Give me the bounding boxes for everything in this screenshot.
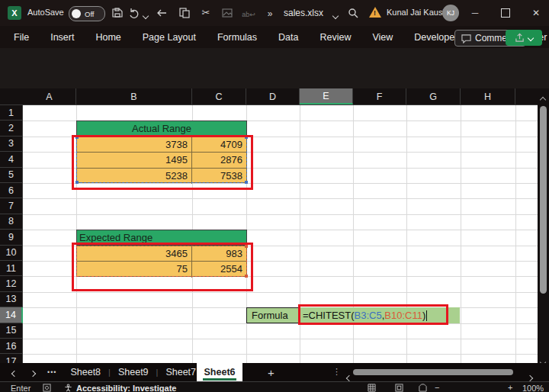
annotation-box-expected-range — [72, 243, 253, 291]
accessibility-icon[interactable] — [64, 384, 72, 392]
row-header-11[interactable]: 11 — [0, 261, 23, 276]
ribbon-tab-home[interactable]: Home — [95, 32, 121, 43]
warning-bang: ! — [374, 9, 376, 17]
cut-icon[interactable]: ✂ — [200, 6, 212, 18]
ribbon-tab-formulas[interactable]: Formulas — [217, 32, 258, 43]
undo-dropdown-icon[interactable] — [140, 10, 152, 22]
row-header-1[interactable]: 1 — [0, 105, 23, 120]
ribbon-tab-page-layout[interactable]: Page Layout — [142, 32, 197, 43]
maximize-icon — [501, 8, 510, 18]
share-icon — [515, 33, 525, 43]
actual-range-header-cell[interactable]: Actual Range — [76, 120, 247, 137]
zoom-out-button[interactable]: − — [435, 383, 439, 392]
scroll-up-icon[interactable] — [541, 92, 545, 105]
title-bar: X AutoSave Off ✂ ab↩ » sales.xlsx ! — [0, 0, 549, 26]
tabs-scroll-left-icon[interactable] — [12, 365, 17, 379]
ribbon-tab-developer[interactable]: Developer — [413, 32, 458, 43]
normal-view-icon[interactable] — [368, 384, 376, 392]
ribbon-tab-view[interactable]: View — [371, 32, 393, 43]
annotation-box-actual-range — [72, 135, 253, 190]
mode-indicator: Enter — [11, 384, 30, 392]
ribbon-tab-review[interactable]: Review — [319, 32, 352, 43]
row-header-7[interactable]: 7 — [0, 198, 23, 214]
column-header-G[interactable]: G — [406, 88, 461, 104]
tab-sheet8[interactable]: Sheet8 — [63, 367, 108, 378]
vertical-scroll-thumb[interactable] — [540, 106, 547, 294]
gridline — [461, 105, 461, 363]
row-header-15[interactable]: 15 — [0, 323, 23, 339]
gridline — [23, 339, 538, 339]
back-arrow-icon[interactable] — [156, 7, 168, 19]
row-header-6[interactable]: 6 — [0, 183, 23, 198]
row-header-5[interactable]: 5 — [0, 168, 23, 183]
row-header-2[interactable]: 2 — [0, 120, 23, 136]
column-header-A[interactable]: A — [23, 88, 76, 104]
accessibility-status[interactable]: Accessibility: Investigate — [76, 384, 176, 392]
autosave-state: Off — [85, 10, 95, 18]
column-header-C[interactable]: C — [192, 88, 246, 104]
excel-logo-icon: X — [8, 6, 21, 20]
copy-icon[interactable] — [178, 7, 191, 19]
picture-icon — [221, 7, 233, 19]
row-header-16[interactable]: 16 — [0, 339, 23, 354]
toolbar-overflow-icon[interactable]: » — [264, 8, 276, 20]
row-header-8[interactable]: 8 — [0, 214, 23, 230]
search-icon[interactable] — [347, 7, 359, 19]
undo-icon[interactable] — [128, 7, 140, 19]
formula-label: Formula — [252, 310, 288, 321]
add-sheet-button[interactable]: + — [268, 366, 274, 379]
macro-record-icon[interactable] — [43, 384, 51, 392]
row-header-12[interactable]: 12 — [0, 276, 23, 291]
horizontal-scroll-thumb[interactable] — [353, 369, 513, 375]
tabs-scroll-right-icon[interactable] — [30, 365, 35, 379]
comment-icon — [461, 34, 471, 43]
minimize-button[interactable]: ─ — [464, 3, 486, 23]
zoom-level[interactable]: 100% — [522, 384, 544, 392]
share-button[interactable] — [506, 30, 542, 46]
gridline — [23, 214, 538, 215]
save-icon[interactable] — [111, 7, 124, 19]
row-header-9[interactable]: 9 — [0, 230, 23, 245]
autosave-label: AutoSave — [27, 8, 64, 17]
filename-dropdown-icon[interactable] — [329, 10, 342, 22]
tab-sheet9[interactable]: Sheet9 — [111, 367, 156, 378]
all-sheets-icon[interactable]: ••• — [47, 368, 56, 376]
row-headers: 1234567891011121314151617 — [0, 105, 23, 363]
page-layout-view-icon[interactable] — [395, 384, 403, 392]
column-header-F[interactable]: F — [353, 88, 406, 104]
share-dropdown-icon — [528, 34, 534, 40]
zoom-in-button[interactable]: + — [508, 383, 512, 392]
gridline — [23, 198, 538, 199]
annotation-box-formula-cell — [298, 304, 448, 325]
ribbon-tab-file[interactable]: File — [13, 32, 30, 43]
tab-sheet6-active[interactable]: Sheet6 — [197, 363, 242, 381]
expected-range-label: Expected Range — [79, 232, 152, 243]
row-header-10[interactable]: 10 — [0, 246, 23, 261]
page-break-view-icon[interactable] — [419, 384, 427, 392]
row-header-13[interactable]: 13 — [0, 292, 23, 307]
avatar[interactable]: KJ — [442, 5, 459, 21]
sheet-grid[interactable]: Actual Range 373847091495287652387538 Ex… — [23, 105, 538, 363]
status-bar: Enter Accessibility: Investigate − + 100… — [0, 381, 549, 392]
actual-range-label: Actual Range — [132, 123, 191, 134]
ribbon-tab-data[interactable]: Data — [278, 32, 299, 43]
gridline — [23, 354, 538, 355]
column-headers: ABCDEFGH — [0, 88, 549, 105]
column-header-D[interactable]: D — [246, 88, 300, 104]
ribbon-tab-insert[interactable]: Insert — [50, 32, 75, 43]
excel-window: X AutoSave Off ✂ ab↩ » sales.xlsx ! — [0, 0, 549, 392]
maximize-button[interactable] — [494, 3, 517, 23]
column-header-H[interactable]: H — [461, 88, 515, 104]
formula-label-cell[interactable]: Formula — [246, 307, 300, 323]
column-header-E[interactable]: E — [300, 88, 353, 104]
autosave-toggle[interactable]: Off — [69, 6, 105, 21]
close-button[interactable]: ✕ — [525, 3, 547, 23]
translate-icon: ab↩ — [242, 8, 255, 21]
row-header-4[interactable]: 4 — [0, 152, 23, 167]
toggle-knob-icon — [72, 9, 81, 18]
filename[interactable]: sales.xlsx — [284, 8, 323, 18]
column-header-B[interactable]: B — [76, 88, 192, 104]
row-header-14[interactable]: 14 — [0, 307, 23, 323]
row-header-3[interactable]: 3 — [0, 137, 23, 152]
tabbar-menu-icon[interactable]: ⋮ — [332, 367, 341, 377]
